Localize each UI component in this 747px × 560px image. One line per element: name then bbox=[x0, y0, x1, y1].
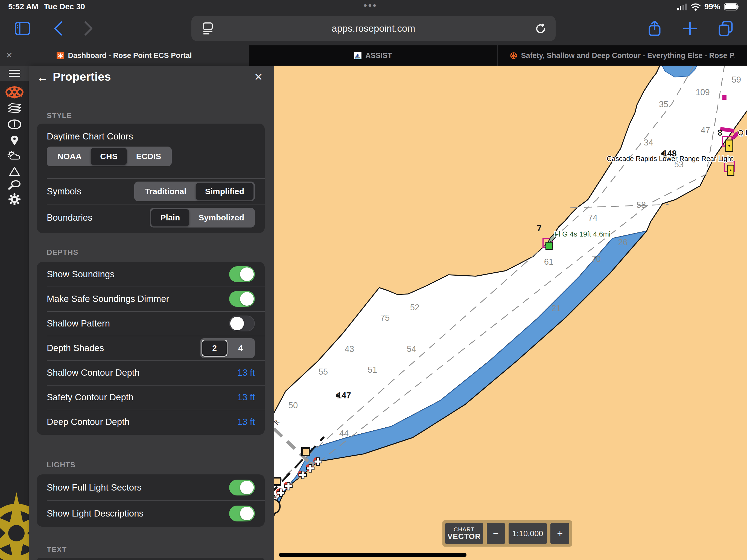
shallow-pattern-row: Shallow Pattern bbox=[37, 311, 265, 336]
style-card: Daytime Chart ColorsNOAACHSECDISSymbolsT… bbox=[37, 124, 265, 233]
sounding-44: 44 bbox=[339, 429, 349, 438]
sounding-50: 50 bbox=[288, 401, 298, 410]
row-label: Make Safe Soundings Dimmer bbox=[47, 294, 229, 304]
shallow-contour-depth-row[interactable]: Shallow Contour Depth13 ft bbox=[37, 360, 265, 385]
new-tab-button[interactable] bbox=[679, 17, 702, 40]
sounding-147: 147 bbox=[337, 391, 351, 400]
share-button[interactable] bbox=[643, 17, 666, 40]
safety-contour-depth-row[interactable]: Safety Contour Depth13 ft bbox=[37, 385, 265, 410]
segment-simplified[interactable]: Simplified bbox=[196, 183, 254, 200]
segment-plain[interactable]: Plain bbox=[151, 209, 189, 226]
hamburger-icon bbox=[9, 68, 20, 79]
segment-ecdis[interactable]: ECDIS bbox=[127, 148, 171, 165]
toggle-knob bbox=[240, 507, 254, 520]
tab-dashboard[interactable]: ✕ Dashboard - Rose Point ECS Portal bbox=[0, 45, 249, 66]
show-light-descriptions-toggle[interactable] bbox=[229, 506, 255, 521]
sounding-52: 52 bbox=[410, 303, 419, 312]
browser-toolbar: apps.rosepoint.com bbox=[0, 13, 747, 45]
sidebar-item-settings[interactable] bbox=[0, 192, 29, 207]
show-soundings-toggle[interactable] bbox=[229, 266, 255, 282]
sidebar-item-info[interactable] bbox=[0, 117, 29, 132]
menu-button[interactable] bbox=[0, 66, 29, 81]
sidebar-item-weather[interactable] bbox=[0, 148, 29, 163]
tab-contours[interactable]: Safety, Shallow and Deep Contour - Every… bbox=[498, 45, 746, 66]
chart-label: Cascade Rapids Lower Range Rear Light bbox=[607, 155, 733, 162]
url-text: apps.rosepoint.com bbox=[332, 23, 415, 34]
segment-traditional[interactable]: Traditional bbox=[136, 183, 196, 200]
weather-icon bbox=[7, 151, 22, 160]
toggle-knob bbox=[230, 316, 244, 330]
sidebar-item-location[interactable] bbox=[0, 132, 29, 148]
shallow-contour-depth-value[interactable]: 13 ft bbox=[237, 367, 255, 378]
segment-2[interactable]: 2 bbox=[202, 339, 228, 357]
make-safe-soundings-dimmer-toggle[interactable] bbox=[229, 291, 255, 307]
sounding-75: 75 bbox=[380, 313, 390, 323]
status-bar: 5:52 AM Tue Dec 30 ••• 99% bbox=[0, 0, 747, 13]
assist-favicon: ASSIST bbox=[354, 52, 361, 59]
scale-value-button[interactable]: 1:10,000 bbox=[509, 523, 547, 544]
reader-icon[interactable] bbox=[202, 22, 214, 35]
sounding-70: 70 bbox=[591, 254, 601, 264]
zoom-out-button[interactable]: − bbox=[487, 523, 505, 544]
shallow-pattern-toggle[interactable] bbox=[229, 315, 255, 331]
tab-title: ASSIST bbox=[365, 51, 392, 60]
app-sidebar bbox=[0, 66, 29, 560]
zoom-in-button[interactable]: + bbox=[550, 523, 569, 544]
show-full-light-sectors-row: Show Full Light Sectors bbox=[37, 475, 265, 501]
segment-symbolized[interactable]: Symbolized bbox=[189, 209, 254, 226]
boundaries-segmented-control: PlainSymbolized bbox=[150, 208, 255, 228]
deep-contour-depth-row[interactable]: Deep Contour Depth13 ft bbox=[37, 410, 265, 434]
show-full-light-sectors-toggle[interactable] bbox=[229, 480, 255, 495]
segment-noaa[interactable]: NOAA bbox=[48, 148, 91, 165]
row-label: Boundaries bbox=[47, 212, 150, 223]
toggle-knob bbox=[240, 481, 254, 494]
back-button[interactable] bbox=[47, 17, 70, 40]
rosepoint-favicon bbox=[57, 52, 64, 59]
chart-viewport[interactable]: 5910935473453587426617052752143545551504… bbox=[274, 66, 747, 560]
row-label: Symbols bbox=[47, 186, 134, 197]
sidebar-toggle-button[interactable] bbox=[11, 17, 34, 40]
sidebar-item-layers[interactable] bbox=[0, 101, 29, 117]
lights-card: Show Full Light SectorsShow Light Descri… bbox=[37, 475, 265, 527]
compass-rose-icon bbox=[5, 85, 24, 99]
properties-panel: ← Properties ✕ STYLE Daytime Chart Color… bbox=[29, 66, 274, 560]
sidebar-item-search[interactable] bbox=[0, 177, 29, 193]
close-tab-icon[interactable]: ✕ bbox=[6, 51, 12, 60]
sounding-43: 43 bbox=[345, 344, 354, 354]
decorative-compass-graphic bbox=[0, 489, 29, 560]
status-date: Tue Dec 30 bbox=[44, 2, 85, 11]
forward-button[interactable] bbox=[77, 17, 100, 40]
close-panel-icon[interactable]: ✕ bbox=[254, 71, 263, 83]
reload-icon[interactable] bbox=[535, 23, 546, 35]
segment-4[interactable]: 4 bbox=[228, 339, 254, 357]
chart-mode-value: VECTOR bbox=[447, 532, 481, 540]
rosepoint-favicon bbox=[510, 52, 517, 59]
tab-title: Safety, Shallow and Deep Contour - Every… bbox=[521, 51, 735, 60]
sidebar-item-home[interactable] bbox=[0, 84, 29, 100]
row-label: Deep Contour Depth bbox=[47, 417, 237, 427]
chart-label: Fl G 4s 19ft 4.6mi bbox=[554, 230, 610, 238]
segment-chs[interactable]: CHS bbox=[91, 148, 127, 165]
location-pin-icon bbox=[11, 136, 18, 145]
battery-percent: 99% bbox=[704, 2, 720, 11]
back-arrow-icon[interactable]: ← bbox=[36, 71, 48, 84]
deep-contour-depth-value[interactable]: 13 ft bbox=[237, 417, 255, 427]
tab-strip: ✕ Dashboard - Rose Point ECS Portal ASSI… bbox=[0, 45, 747, 66]
safety-contour-depth-value[interactable]: 13 ft bbox=[237, 392, 255, 403]
gear-icon bbox=[8, 193, 21, 205]
depth-shades-segmented-control: 24 bbox=[200, 338, 255, 358]
tab-assist[interactable]: ASSIST ASSIST bbox=[249, 45, 498, 66]
tab-overview-button[interactable] bbox=[714, 17, 737, 40]
depths-card: Show SoundingsMake Safe Soundings Dimmer… bbox=[37, 262, 265, 435]
chart-label: Q R bbox=[738, 128, 747, 137]
layers-icon bbox=[7, 103, 22, 114]
address-bar[interactable]: apps.rosepoint.com bbox=[191, 16, 556, 41]
multitasking-dots-icon[interactable]: ••• bbox=[364, 0, 378, 11]
sounding-35: 35 bbox=[659, 100, 668, 109]
depth-shades-row: Depth Shades24 bbox=[37, 336, 265, 360]
status-time: 5:52 AM bbox=[8, 2, 38, 11]
sounding-7: 7 bbox=[537, 224, 541, 233]
chart-mode-button[interactable]: CHART VECTOR bbox=[445, 523, 483, 544]
home-indicator[interactable] bbox=[279, 553, 466, 557]
sounding-26: 26 bbox=[618, 238, 627, 247]
